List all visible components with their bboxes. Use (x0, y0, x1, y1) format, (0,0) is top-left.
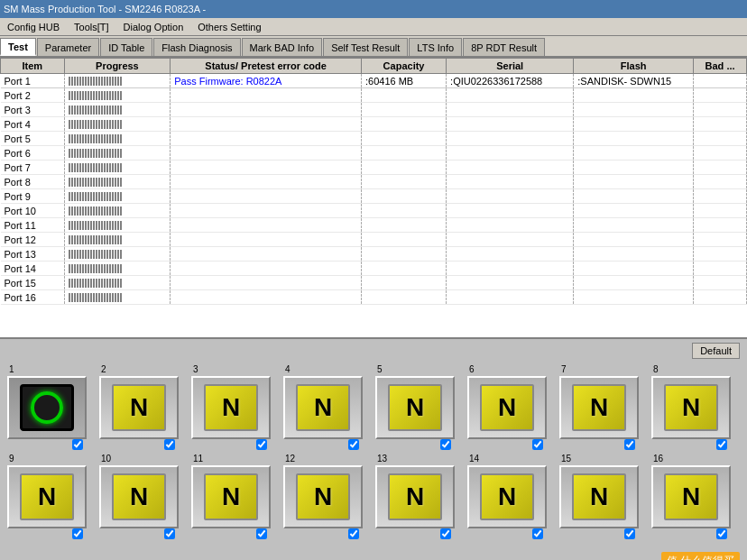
menu-bar: Config HUB Tools[T] Dialog Option Others… (0, 18, 747, 36)
port-inner-n-10: N (112, 473, 166, 520)
port-box-8[interactable]: N (651, 376, 731, 439)
tab-test[interactable]: Test (0, 38, 36, 56)
tab-8p-rdt-result[interactable]: 8P RDT Result (463, 38, 545, 56)
cell-progress (64, 276, 171, 290)
cell-capacity (361, 88, 446, 103)
n-letter-icon: N (590, 393, 608, 422)
table-row: Port 14 (1, 262, 747, 276)
port-item-7: 7N (559, 364, 648, 450)
port-checkbox-8[interactable] (716, 439, 727, 450)
port-box-4[interactable]: N (283, 376, 363, 439)
port-inner-n-4: N (296, 384, 350, 431)
port-checkbox-11[interactable] (256, 528, 267, 539)
bottom-panel: Default 12N3N4N5N6N7N8N9N10N11N12N13N14N… (0, 337, 747, 560)
port-checkbox-3[interactable] (256, 439, 267, 450)
port-box-15[interactable]: N (559, 465, 639, 528)
table-row: Port 13 (1, 247, 747, 262)
port-box-1[interactable] (7, 376, 87, 439)
cell-capacity (361, 117, 446, 132)
cell-flash: :SANDISK- SDWN15 (574, 74, 694, 88)
tab-parameter[interactable]: Parameter (37, 38, 99, 56)
cell-progress (64, 117, 171, 132)
port-box-16[interactable]: N (651, 465, 731, 528)
port-label-16: 16 (651, 454, 663, 464)
cell-serial (447, 276, 574, 290)
port-item-5: 5N (375, 364, 464, 450)
port-checkbox-7[interactable] (624, 439, 635, 450)
tab-self-test-result[interactable]: Self Test Result (323, 38, 408, 56)
port-checkbox-13[interactable] (440, 528, 451, 539)
cell-bad (694, 103, 747, 117)
menu-others-setting[interactable]: Others Setting (190, 20, 268, 34)
n-letter-icon: N (314, 482, 332, 511)
port-label-15: 15 (559, 454, 571, 464)
menu-tools[interactable]: Tools[T] (67, 20, 116, 34)
port-box-13[interactable]: N (375, 465, 455, 528)
cell-bad (694, 161, 747, 175)
tab-id-table[interactable]: ID Table (100, 38, 152, 56)
menu-dialog-option[interactable]: Dialog Option (116, 20, 191, 34)
port-box-7[interactable]: N (559, 376, 639, 439)
port-label-2: 2 (99, 364, 106, 374)
cell-flash (574, 218, 694, 233)
tab-mark-bad-info[interactable]: Mark BAD Info (242, 38, 323, 56)
port-checkbox-14[interactable] (532, 528, 543, 539)
cell-capacity (361, 204, 446, 218)
cell-status (171, 262, 362, 276)
tab-lts-info[interactable]: LTS Info (409, 38, 462, 56)
port-inner-n-14: N (480, 473, 534, 520)
port-box-2[interactable]: N (99, 376, 179, 439)
port-checkbox-15[interactable] (624, 528, 635, 539)
port-box-12[interactable]: N (283, 465, 363, 528)
menu-config-hub[interactable]: Config HUB (0, 20, 67, 34)
default-button[interactable]: Default (692, 343, 740, 359)
port-checkbox-1[interactable] (72, 439, 83, 450)
cell-serial (447, 132, 574, 146)
port-label-12: 12 (283, 454, 295, 464)
cell-progress (64, 146, 171, 161)
port-checkbox-9[interactable] (72, 528, 83, 539)
port-box-5[interactable]: N (375, 376, 455, 439)
port-box-3[interactable]: N (191, 376, 271, 439)
cell-bad (694, 233, 747, 247)
port-item-2: 2N (99, 364, 188, 450)
port-checkbox-16[interactable] (716, 528, 727, 539)
cell-progress (64, 290, 171, 305)
table-row: Port 7 (1, 161, 747, 175)
cell-flash (574, 247, 694, 262)
port-checkbox-12[interactable] (348, 528, 359, 539)
cell-bad (694, 218, 747, 233)
port-label-6: 6 (467, 364, 475, 374)
port-checkbox-4[interactable] (348, 439, 359, 450)
tab-flash-diagnosis[interactable]: Flash Diagnosis (153, 38, 240, 56)
port-inner-active-1 (20, 384, 74, 431)
cell-progress (64, 175, 171, 189)
cell-item: Port 15 (1, 276, 65, 290)
port-checkbox-2[interactable] (164, 439, 175, 450)
port-checkbox-6[interactable] (532, 439, 543, 450)
cell-item: Port 2 (1, 88, 65, 103)
cell-progress (64, 204, 171, 218)
cell-status (171, 204, 362, 218)
cell-status (171, 103, 362, 117)
port-box-14[interactable]: N (467, 465, 547, 528)
table-row: Port 6 (1, 146, 747, 161)
port-box-10[interactable]: N (99, 465, 179, 528)
cell-item: Port 14 (1, 262, 65, 276)
cell-flash (574, 204, 694, 218)
port-checkbox-10[interactable] (164, 528, 175, 539)
n-letter-icon: N (314, 393, 332, 422)
cell-bad (694, 204, 747, 218)
cell-bad (694, 88, 747, 103)
port-box-11[interactable]: N (191, 465, 271, 528)
cell-flash (574, 132, 694, 146)
port-checkbox-5[interactable] (440, 439, 451, 450)
cell-status (171, 88, 362, 103)
cell-item: Port 10 (1, 204, 65, 218)
cell-flash (574, 103, 694, 117)
cell-item: Port 12 (1, 233, 65, 247)
cell-item: Port 8 (1, 175, 65, 189)
cell-status (171, 247, 362, 262)
port-box-6[interactable]: N (467, 376, 547, 439)
port-box-9[interactable]: N (7, 465, 87, 528)
